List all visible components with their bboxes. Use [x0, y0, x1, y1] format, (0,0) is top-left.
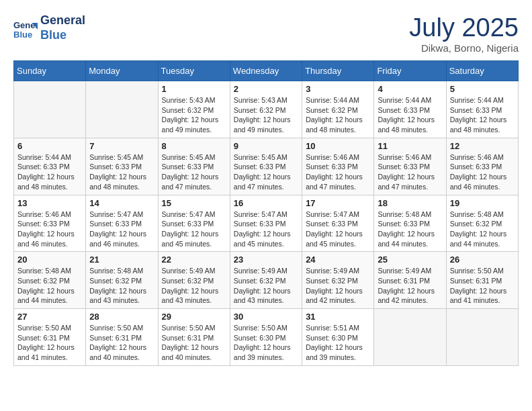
day-number: 27: [17, 312, 82, 322]
calendar-cell: 25Sunrise: 5:49 AM Sunset: 6:31 PM Dayli…: [374, 252, 446, 309]
calendar-table: SundayMondayTuesdayWednesdayThursdayFrid…: [13, 60, 519, 366]
weekday-header-thursday: Thursday: [302, 61, 374, 81]
day-info: Sunrise: 5:49 AM Sunset: 6:32 PM Dayligh…: [306, 266, 370, 306]
day-number: 6: [17, 141, 82, 151]
day-info: Sunrise: 5:50 AM Sunset: 6:31 PM Dayligh…: [162, 323, 226, 363]
calendar-cell: 24Sunrise: 5:49 AM Sunset: 6:32 PM Dayli…: [302, 252, 374, 309]
day-number: 8: [162, 141, 226, 151]
day-number: 5: [450, 84, 515, 94]
day-number: 12: [450, 141, 515, 151]
location-subtitle: Dikwa, Borno, Nigeria: [409, 42, 519, 54]
day-info: Sunrise: 5:49 AM Sunset: 6:31 PM Dayligh…: [378, 266, 442, 306]
day-info: Sunrise: 5:46 AM Sunset: 6:33 PM Dayligh…: [378, 152, 442, 192]
weekday-header-wednesday: Wednesday: [230, 61, 302, 81]
day-info: Sunrise: 5:51 AM Sunset: 6:30 PM Dayligh…: [306, 323, 370, 363]
calendar-cell: 3Sunrise: 5:44 AM Sunset: 6:32 PM Daylig…: [302, 81, 374, 138]
day-info: Sunrise: 5:44 AM Sunset: 6:33 PM Dayligh…: [17, 152, 82, 192]
calendar-cell: 10Sunrise: 5:46 AM Sunset: 6:33 PM Dayli…: [302, 138, 374, 195]
day-number: 15: [162, 198, 226, 208]
day-number: 19: [450, 198, 515, 208]
day-info: Sunrise: 5:48 AM Sunset: 6:32 PM Dayligh…: [450, 210, 515, 249]
day-number: 22: [162, 255, 226, 265]
day-number: 7: [89, 141, 154, 151]
weekday-header-sunday: Sunday: [14, 61, 86, 81]
page-header: General Blue General Blue July 2025 Dikw…: [13, 13, 519, 54]
day-number: 3: [306, 84, 370, 94]
day-number: 17: [306, 198, 370, 208]
svg-text:General: General: [13, 20, 38, 30]
day-number: 23: [234, 255, 298, 265]
calendar-cell: 5Sunrise: 5:44 AM Sunset: 6:33 PM Daylig…: [446, 81, 518, 138]
day-number: 20: [17, 255, 82, 265]
day-number: 25: [378, 255, 442, 265]
calendar-cell: 6Sunrise: 5:44 AM Sunset: 6:33 PM Daylig…: [14, 138, 86, 195]
day-number: 9: [234, 141, 298, 151]
day-info: Sunrise: 5:50 AM Sunset: 6:31 PM Dayligh…: [17, 323, 82, 363]
day-number: 24: [306, 255, 370, 265]
day-info: Sunrise: 5:49 AM Sunset: 6:32 PM Dayligh…: [234, 266, 298, 306]
day-info: Sunrise: 5:43 AM Sunset: 6:32 PM Dayligh…: [234, 95, 298, 135]
calendar-cell: 19Sunrise: 5:48 AM Sunset: 6:32 PM Dayli…: [446, 195, 518, 252]
week-row-2: 6Sunrise: 5:44 AM Sunset: 6:33 PM Daylig…: [14, 138, 519, 195]
calendar-cell: 9Sunrise: 5:45 AM Sunset: 6:33 PM Daylig…: [230, 138, 302, 195]
day-number: 10: [306, 141, 370, 151]
calendar-cell: 15Sunrise: 5:47 AM Sunset: 6:33 PM Dayli…: [158, 195, 230, 252]
weekday-header-friday: Friday: [374, 61, 446, 81]
day-info: Sunrise: 5:46 AM Sunset: 6:33 PM Dayligh…: [450, 152, 515, 192]
calendar-cell: 28Sunrise: 5:50 AM Sunset: 6:31 PM Dayli…: [86, 309, 158, 366]
day-number: 21: [89, 255, 154, 265]
week-row-3: 13Sunrise: 5:46 AM Sunset: 6:33 PM Dayli…: [14, 195, 519, 252]
day-number: 13: [17, 198, 82, 208]
day-info: Sunrise: 5:45 AM Sunset: 6:33 PM Dayligh…: [162, 152, 226, 192]
calendar-cell: 22Sunrise: 5:49 AM Sunset: 6:32 PM Dayli…: [158, 252, 230, 309]
calendar-header: SundayMondayTuesdayWednesdayThursdayFrid…: [14, 61, 519, 81]
calendar-cell: 8Sunrise: 5:45 AM Sunset: 6:33 PM Daylig…: [158, 138, 230, 195]
calendar-cell: 1Sunrise: 5:43 AM Sunset: 6:32 PM Daylig…: [158, 81, 230, 138]
calendar-cell: 11Sunrise: 5:46 AM Sunset: 6:33 PM Dayli…: [374, 138, 446, 195]
day-number: 11: [378, 141, 442, 151]
day-number: 31: [306, 312, 370, 322]
day-info: Sunrise: 5:45 AM Sunset: 6:33 PM Dayligh…: [89, 152, 154, 192]
day-info: Sunrise: 5:50 AM Sunset: 6:30 PM Dayligh…: [234, 323, 298, 363]
calendar-cell: 13Sunrise: 5:46 AM Sunset: 6:33 PM Dayli…: [14, 195, 86, 252]
day-info: Sunrise: 5:50 AM Sunset: 6:31 PM Dayligh…: [450, 266, 515, 306]
day-info: Sunrise: 5:47 AM Sunset: 6:33 PM Dayligh…: [89, 210, 154, 249]
calendar-cell: 29Sunrise: 5:50 AM Sunset: 6:31 PM Dayli…: [158, 309, 230, 366]
day-info: Sunrise: 5:46 AM Sunset: 6:33 PM Dayligh…: [17, 210, 82, 249]
calendar-cell: [14, 81, 86, 138]
weekday-header-monday: Monday: [86, 61, 158, 81]
calendar-cell: 18Sunrise: 5:48 AM Sunset: 6:33 PM Dayli…: [374, 195, 446, 252]
day-number: 26: [450, 255, 515, 265]
calendar-cell: 2Sunrise: 5:43 AM Sunset: 6:32 PM Daylig…: [230, 81, 302, 138]
logo-text-blue: Blue: [40, 28, 85, 43]
calendar-cell: 30Sunrise: 5:50 AM Sunset: 6:30 PM Dayli…: [230, 309, 302, 366]
month-title: July 2025: [409, 13, 519, 42]
calendar-cell: 21Sunrise: 5:48 AM Sunset: 6:32 PM Dayli…: [86, 252, 158, 309]
calendar-cell: 20Sunrise: 5:48 AM Sunset: 6:32 PM Dayli…: [14, 252, 86, 309]
day-info: Sunrise: 5:47 AM Sunset: 6:33 PM Dayligh…: [306, 210, 370, 249]
calendar-cell: 27Sunrise: 5:50 AM Sunset: 6:31 PM Dayli…: [14, 309, 86, 366]
logo-icon: General Blue: [13, 16, 38, 40]
weekday-header-saturday: Saturday: [446, 61, 518, 81]
calendar-cell: 7Sunrise: 5:45 AM Sunset: 6:33 PM Daylig…: [86, 138, 158, 195]
day-number: 16: [234, 198, 298, 208]
week-row-5: 27Sunrise: 5:50 AM Sunset: 6:31 PM Dayli…: [14, 309, 519, 366]
week-row-4: 20Sunrise: 5:48 AM Sunset: 6:32 PM Dayli…: [14, 252, 519, 309]
day-info: Sunrise: 5:48 AM Sunset: 6:33 PM Dayligh…: [378, 210, 442, 249]
day-info: Sunrise: 5:43 AM Sunset: 6:32 PM Dayligh…: [162, 95, 226, 135]
week-row-1: 1Sunrise: 5:43 AM Sunset: 6:32 PM Daylig…: [14, 81, 519, 138]
day-number: 14: [89, 198, 154, 208]
day-info: Sunrise: 5:44 AM Sunset: 6:33 PM Dayligh…: [450, 95, 515, 135]
day-info: Sunrise: 5:47 AM Sunset: 6:33 PM Dayligh…: [234, 210, 298, 249]
calendar-cell: 26Sunrise: 5:50 AM Sunset: 6:31 PM Dayli…: [446, 252, 518, 309]
calendar-cell: [86, 81, 158, 138]
weekday-header-tuesday: Tuesday: [158, 61, 230, 81]
calendar-cell: 14Sunrise: 5:47 AM Sunset: 6:33 PM Dayli…: [86, 195, 158, 252]
logo: General Blue General Blue: [13, 13, 85, 42]
calendar-cell: [446, 309, 518, 366]
day-info: Sunrise: 5:44 AM Sunset: 6:33 PM Dayligh…: [378, 95, 442, 135]
day-number: 18: [378, 198, 442, 208]
logo-text-general: General: [40, 13, 85, 28]
calendar-cell: 17Sunrise: 5:47 AM Sunset: 6:33 PM Dayli…: [302, 195, 374, 252]
day-info: Sunrise: 5:48 AM Sunset: 6:32 PM Dayligh…: [89, 266, 154, 306]
